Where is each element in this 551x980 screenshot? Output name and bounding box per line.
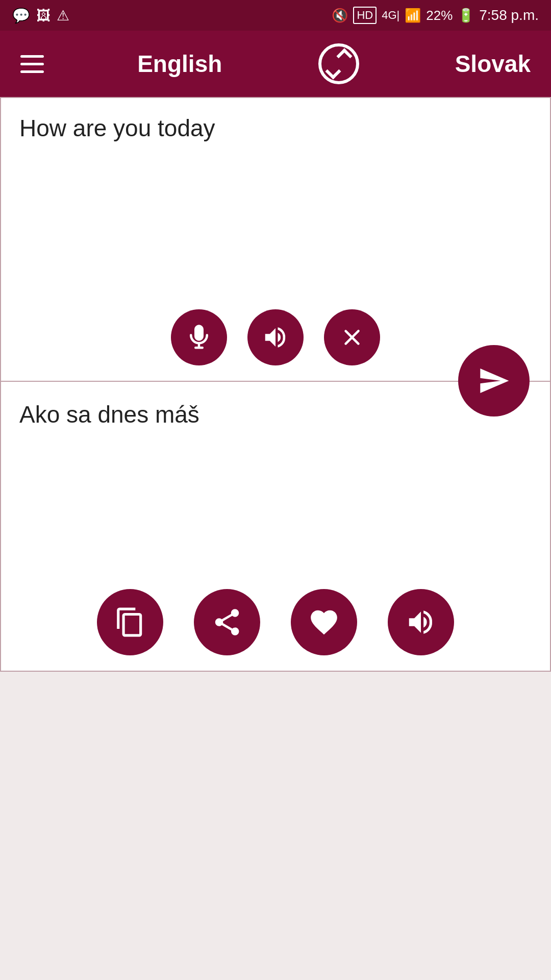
- source-speaker-button[interactable]: [247, 309, 304, 365]
- image-icon: 🖼: [36, 7, 51, 24]
- heart-icon: [308, 606, 340, 638]
- source-speaker-icon: [262, 324, 289, 351]
- translate-button[interactable]: [458, 345, 530, 416]
- source-text-input[interactable]: How are you today: [1, 98, 550, 297]
- hd-badge: HD: [353, 7, 377, 24]
- clear-button[interactable]: [324, 309, 380, 365]
- app-header: English Slovak: [0, 31, 551, 97]
- copy-button[interactable]: [97, 589, 163, 655]
- target-speaker-button[interactable]: [388, 589, 454, 655]
- main-content: How are you today: [0, 97, 551, 672]
- send-icon: [478, 364, 510, 397]
- close-icon: [338, 324, 366, 351]
- source-bottom-bar: [1, 299, 550, 381]
- swap-icon: [318, 43, 359, 84]
- target-action-buttons: [1, 581, 550, 671]
- copy-icon: [114, 606, 146, 638]
- source-panel: How are you today: [1, 98, 550, 382]
- battery-label: 22%: [426, 8, 453, 23]
- menu-button[interactable]: [20, 55, 44, 73]
- status-bar: 💬 🖼 ⚠ 🔇 HD 4G| 📶 22% 🔋 7:58 p.m.: [0, 0, 551, 31]
- target-panel: Ako sa dnes máš: [1, 382, 550, 671]
- status-right-icons: 🔇 HD 4G| 📶 22% 🔋 7:58 p.m.: [332, 7, 539, 24]
- status-left-icons: 💬 🖼 ⚠: [12, 7, 69, 24]
- battery-icon: 🔋: [458, 8, 474, 23]
- share-button[interactable]: [194, 589, 260, 655]
- alert-icon: ⚠: [57, 7, 69, 24]
- swap-languages-button[interactable]: [316, 41, 362, 87]
- target-speaker-icon: [405, 606, 437, 638]
- mute-icon: 🔇: [332, 8, 348, 23]
- translated-text: Ako sa dnes máš: [1, 382, 550, 581]
- share-icon: [211, 606, 243, 638]
- microphone-button[interactable]: [171, 309, 227, 365]
- favorite-button[interactable]: [291, 589, 357, 655]
- source-language-label[interactable]: English: [137, 50, 222, 78]
- microphone-icon: [185, 324, 213, 351]
- status-time: 7:58 p.m.: [479, 7, 539, 23]
- translate-panel: How are you today: [0, 97, 551, 672]
- signal-icon: 📶: [405, 8, 421, 23]
- target-language-label[interactable]: Slovak: [455, 50, 531, 78]
- network-icon: 4G|: [382, 9, 399, 22]
- whatsapp-icon: 💬: [12, 7, 30, 24]
